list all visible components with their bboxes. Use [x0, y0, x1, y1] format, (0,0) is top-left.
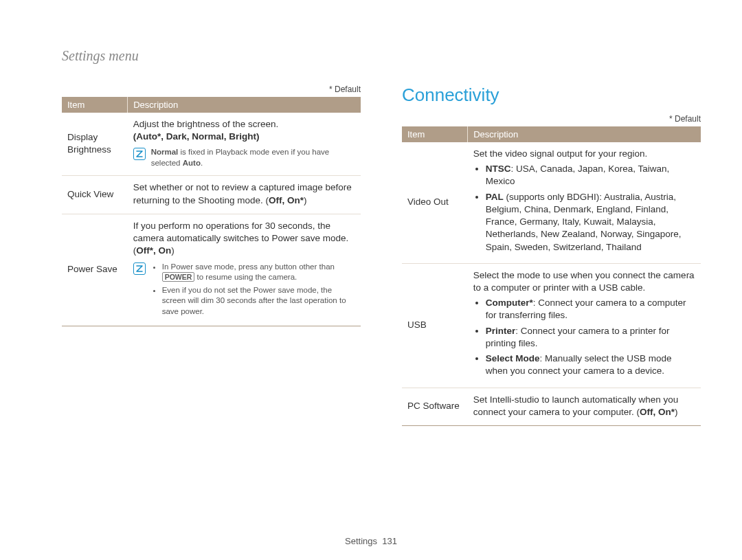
col-header-item: Item [62, 97, 128, 113]
settings-table-right: Item Description Video Out Set the video… [402, 126, 701, 426]
note-bullet: In Power save mode, press any button oth… [162, 262, 355, 283]
list-item: Computer: Connect your camera to a compu… [486, 297, 695, 322]
default-footnote: * Default [62, 85, 361, 94]
list-item: Printer: Connect your camera to a printe… [486, 325, 695, 350]
option-off: Off [269, 195, 282, 205]
col-header-description: Description [128, 97, 361, 113]
bullet-label: Select Mode [486, 353, 540, 363]
bullet-text: : USA, Canada, Japan, Korea, Taiwan, Mex… [486, 164, 670, 186]
manual-page: Settings menu * Default Item Description… [0, 0, 742, 560]
options-group: (Auto, Dark, Normal, Bright) [133, 131, 260, 142]
section-heading-connectivity: Connectivity [402, 85, 701, 106]
options-group: Off, On [640, 407, 675, 417]
note-tail: . [201, 159, 203, 167]
power-key: POWER [162, 272, 195, 282]
table-row: USB Select the mode to use when you conn… [402, 263, 701, 388]
note-box: Normal is fixed in Playback mode even if… [133, 147, 355, 168]
lead-text: Select the mode to use when you connect … [473, 270, 695, 293]
option-off: Off [136, 245, 153, 256]
item-cell: Display Brightness [62, 113, 128, 176]
note-bullet-post: to resume using the camera. [194, 273, 297, 281]
table-row: Power Save If you perform no operations … [62, 214, 361, 326]
option-dark: Dark [166, 131, 187, 142]
bullet-paren: (supports only BDGHI) [504, 192, 600, 202]
item-cell: Quick View [62, 176, 128, 214]
item-cell: Power Save [62, 214, 128, 326]
bullet-label: Printer [486, 326, 516, 336]
table-row: PC Software Set Intelli-studio to launch… [402, 388, 701, 425]
bullet-list: Computer: Connect your camera to a compu… [473, 297, 695, 377]
bullet-label: PAL [486, 192, 504, 202]
list-item: Select Mode: Manually select the USB mod… [486, 352, 695, 377]
options-suffix: ) [675, 407, 678, 417]
lead-text: Adjust the brightness of the screen. [133, 119, 279, 129]
description-cell: Adjust the brightness of the screen. (Au… [128, 113, 361, 176]
content-columns: * Default Item Description Display Brigh… [62, 85, 701, 426]
option-on: On [287, 195, 304, 205]
footer-section: Settings [345, 536, 377, 546]
description-cell: Set Intelli-studio to launch automatical… [468, 388, 701, 425]
description-cell: Set whether or not to review a captured … [128, 176, 361, 214]
settings-table-left: Item Description Display Brightness Adju… [62, 97, 361, 326]
note-bold-auto: Auto [183, 159, 201, 167]
note-bullet-pre: In Power save mode, press any button oth… [162, 262, 335, 271]
item-cell: USB [402, 263, 468, 388]
breadcrumb: Settings menu [62, 48, 701, 64]
lead-text: Set the video signal output for your reg… [473, 148, 648, 159]
option-on: On [658, 407, 675, 417]
table-row: Quick View Set whether or not to review … [62, 176, 361, 214]
option-off: Off [640, 407, 653, 417]
col-header-item: Item [402, 126, 468, 142]
option-normal: Normal [192, 131, 224, 142]
bullet-list: NTSC: USA, Canada, Japan, Korea, Taiwan,… [473, 163, 695, 254]
note-bullet: Even if you do not set the Power save mo… [162, 285, 355, 317]
options-suffix: ) [304, 195, 307, 205]
lead-text: Set whether or not to review a captured … [133, 182, 352, 205]
table-row: Display Brightness Adjust the brightness… [62, 113, 361, 176]
list-item: PAL (supports only BDGHI): Australia, Au… [486, 191, 695, 254]
options-suffix: ) [171, 245, 175, 256]
page-footer: Settings 131 [0, 536, 742, 546]
table-header-row: Item Description [62, 97, 361, 113]
options-group: Off, On [136, 245, 171, 256]
right-column: Connectivity * Default Item Description … [402, 85, 701, 426]
note-box: In Power save mode, press any button oth… [133, 262, 355, 320]
table-header-row: Item Description [402, 126, 701, 142]
note-bold-normal: Normal [151, 148, 179, 156]
footer-page-number: 131 [382, 536, 397, 546]
default-footnote: * Default [402, 114, 701, 124]
bullet-label: Computer [486, 298, 533, 308]
note-mid: is fixed in Playback mode even if you ha… [151, 148, 330, 167]
item-cell: Video Out [402, 142, 468, 263]
list-item: NTSC: USA, Canada, Japan, Korea, Taiwan,… [486, 163, 695, 188]
item-cell: PC Software [402, 388, 468, 425]
note-icon [133, 262, 146, 275]
description-cell: Select the mode to use when you connect … [468, 263, 701, 388]
bullet-label: NTSC [486, 164, 511, 174]
left-column: * Default Item Description Display Brigh… [62, 85, 361, 426]
description-cell: Set the video signal output for your reg… [468, 142, 701, 263]
option-bright: Bright [229, 131, 256, 142]
col-header-description: Description [468, 126, 701, 142]
note-icon [133, 148, 146, 160]
table-row: Video Out Set the video signal output fo… [402, 142, 701, 263]
note-text: Normal is fixed in Playback mode even if… [151, 147, 355, 168]
description-cell: If you perform no operations for 30 seco… [128, 214, 361, 326]
options-group: Off, On [269, 195, 304, 205]
option-on: On [158, 245, 171, 256]
note-text: In Power save mode, press any button oth… [151, 262, 355, 320]
option-auto: Auto [136, 131, 161, 142]
